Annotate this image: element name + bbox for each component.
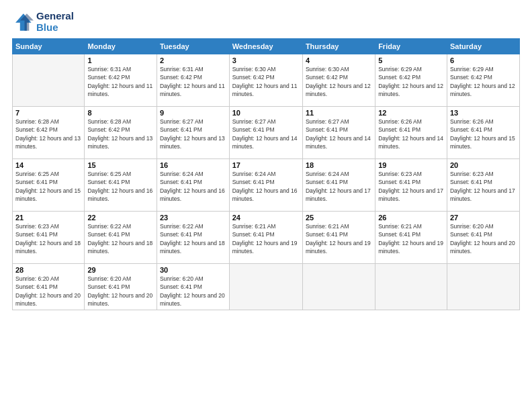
day-number: 15	[87, 161, 154, 169]
calendar-cell: 6Sunrise: 6:29 AMSunset: 6:42 PMDaylight…	[447, 54, 519, 107]
day-info: Sunrise: 6:30 AMSunset: 6:42 PMDaylight:…	[306, 65, 372, 98]
calendar-cell: 3Sunrise: 6:30 AMSunset: 6:42 PMDaylight…	[229, 54, 302, 107]
calendar-cell	[13, 54, 85, 107]
day-info: Sunrise: 6:31 AMSunset: 6:42 PMDaylight:…	[160, 65, 226, 98]
day-number: 11	[306, 109, 372, 117]
day-number: 4	[306, 56, 372, 64]
day-number: 20	[450, 161, 517, 169]
calendar-cell	[229, 264, 302, 310]
calendar-cell: 8Sunrise: 6:28 AMSunset: 6:42 PMDaylight…	[85, 107, 157, 159]
day-number: 25	[306, 214, 372, 222]
header: GeneralBlue	[12, 11, 520, 33]
calendar-cell: 29Sunrise: 6:20 AMSunset: 6:41 PMDayligh…	[85, 264, 157, 310]
day-info: Sunrise: 6:27 AMSunset: 6:41 PMDaylight:…	[160, 118, 226, 150]
week-row-2: 7Sunrise: 6:28 AMSunset: 6:42 PMDaylight…	[13, 107, 520, 159]
calendar-cell: 25Sunrise: 6:21 AMSunset: 6:41 PMDayligh…	[302, 212, 375, 264]
day-number: 2	[160, 56, 226, 64]
day-number: 29	[87, 266, 154, 274]
day-info: Sunrise: 6:21 AMSunset: 6:41 PMDaylight:…	[232, 222, 300, 255]
week-row-4: 21Sunrise: 6:23 AMSunset: 6:41 PMDayligh…	[13, 212, 520, 264]
day-info: Sunrise: 6:23 AMSunset: 6:41 PMDaylight:…	[450, 170, 517, 203]
day-number: 18	[306, 161, 372, 169]
day-info: Sunrise: 6:20 AMSunset: 6:41 PMDaylight:…	[15, 275, 81, 308]
day-number: 17	[232, 161, 300, 169]
weekday-header-monday: Monday	[85, 39, 157, 54]
day-number: 23	[160, 214, 226, 222]
calendar-cell: 1Sunrise: 6:31 AMSunset: 6:42 PMDaylight…	[85, 54, 157, 107]
day-number: 3	[232, 56, 300, 64]
day-info: Sunrise: 6:25 AMSunset: 6:41 PMDaylight:…	[15, 170, 81, 203]
calendar-cell: 24Sunrise: 6:21 AMSunset: 6:41 PMDayligh…	[229, 212, 302, 264]
day-info: Sunrise: 6:26 AMSunset: 6:41 PMDaylight:…	[378, 118, 444, 150]
day-number: 10	[232, 109, 300, 117]
day-number: 26	[378, 214, 444, 222]
weekday-header-wednesday: Wednesday	[229, 39, 302, 54]
day-info: Sunrise: 6:24 AMSunset: 6:41 PMDaylight:…	[306, 170, 372, 203]
day-info: Sunrise: 6:21 AMSunset: 6:41 PMDaylight:…	[306, 222, 372, 255]
day-info: Sunrise: 6:20 AMSunset: 6:41 PMDaylight:…	[160, 275, 226, 308]
day-info: Sunrise: 6:25 AMSunset: 6:41 PMDaylight:…	[87, 170, 154, 203]
day-info: Sunrise: 6:31 AMSunset: 6:42 PMDaylight:…	[87, 65, 154, 98]
day-info: Sunrise: 6:28 AMSunset: 6:42 PMDaylight:…	[15, 118, 81, 150]
day-number: 28	[15, 266, 81, 274]
day-number: 13	[450, 109, 517, 117]
logo: GeneralBlue	[12, 11, 74, 33]
weekday-header-row: SundayMondayTuesdayWednesdayThursdayFrid…	[13, 39, 520, 54]
calendar-cell: 12Sunrise: 6:26 AMSunset: 6:41 PMDayligh…	[375, 107, 447, 159]
calendar-cell: 11Sunrise: 6:27 AMSunset: 6:41 PMDayligh…	[302, 107, 375, 159]
day-number: 6	[450, 56, 517, 64]
calendar-cell: 26Sunrise: 6:21 AMSunset: 6:41 PMDayligh…	[375, 212, 447, 264]
day-info: Sunrise: 6:21 AMSunset: 6:41 PMDaylight:…	[378, 222, 444, 255]
day-info: Sunrise: 6:24 AMSunset: 6:41 PMDaylight:…	[160, 170, 226, 203]
day-info: Sunrise: 6:26 AMSunset: 6:41 PMDaylight:…	[450, 118, 517, 150]
day-info: Sunrise: 6:27 AMSunset: 6:41 PMDaylight:…	[232, 118, 300, 150]
day-info: Sunrise: 6:28 AMSunset: 6:42 PMDaylight:…	[87, 118, 154, 150]
day-number: 1	[87, 56, 154, 64]
weekday-header-saturday: Saturday	[447, 39, 519, 54]
calendar-cell: 14Sunrise: 6:25 AMSunset: 6:41 PMDayligh…	[13, 159, 85, 212]
calendar-cell: 9Sunrise: 6:27 AMSunset: 6:41 PMDaylight…	[157, 107, 229, 159]
calendar-cell	[302, 264, 375, 310]
calendar-cell: 19Sunrise: 6:23 AMSunset: 6:41 PMDayligh…	[375, 159, 447, 212]
calendar-cell: 5Sunrise: 6:29 AMSunset: 6:42 PMDaylight…	[375, 54, 447, 107]
calendar-cell: 7Sunrise: 6:28 AMSunset: 6:42 PMDaylight…	[13, 107, 85, 159]
day-info: Sunrise: 6:30 AMSunset: 6:42 PMDaylight:…	[232, 65, 300, 98]
calendar-cell: 15Sunrise: 6:25 AMSunset: 6:41 PMDayligh…	[85, 159, 157, 212]
calendar-cell: 20Sunrise: 6:23 AMSunset: 6:41 PMDayligh…	[447, 159, 519, 212]
calendar-cell: 21Sunrise: 6:23 AMSunset: 6:41 PMDayligh…	[13, 212, 85, 264]
calendar-cell: 13Sunrise: 6:26 AMSunset: 6:41 PMDayligh…	[447, 107, 519, 159]
calendar-cell: 28Sunrise: 6:20 AMSunset: 6:41 PMDayligh…	[13, 264, 85, 310]
day-info: Sunrise: 6:22 AMSunset: 6:41 PMDaylight:…	[160, 222, 226, 255]
day-number: 16	[160, 161, 226, 169]
week-row-3: 14Sunrise: 6:25 AMSunset: 6:41 PMDayligh…	[13, 159, 520, 212]
logo-text-general: GeneralBlue	[36, 11, 74, 33]
day-info: Sunrise: 6:23 AMSunset: 6:41 PMDaylight:…	[378, 170, 444, 203]
weekday-header-sunday: Sunday	[13, 39, 85, 54]
day-info: Sunrise: 6:24 AMSunset: 6:41 PMDaylight:…	[232, 170, 300, 203]
weekday-header-tuesday: Tuesday	[157, 39, 229, 54]
calendar-cell: 30Sunrise: 6:20 AMSunset: 6:41 PMDayligh…	[157, 264, 229, 310]
day-info: Sunrise: 6:23 AMSunset: 6:41 PMDaylight:…	[15, 222, 81, 255]
day-number: 12	[378, 109, 444, 117]
calendar-cell	[375, 264, 447, 310]
calendar-cell: 2Sunrise: 6:31 AMSunset: 6:42 PMDaylight…	[157, 54, 229, 107]
calendar-cell	[447, 264, 519, 310]
calendar-cell: 4Sunrise: 6:30 AMSunset: 6:42 PMDaylight…	[302, 54, 375, 107]
day-number: 7	[15, 109, 81, 117]
calendar-cell: 18Sunrise: 6:24 AMSunset: 6:41 PMDayligh…	[302, 159, 375, 212]
day-number: 19	[378, 161, 444, 169]
calendar-cell: 16Sunrise: 6:24 AMSunset: 6:41 PMDayligh…	[157, 159, 229, 212]
day-info: Sunrise: 6:22 AMSunset: 6:41 PMDaylight:…	[87, 222, 154, 255]
calendar-cell: 17Sunrise: 6:24 AMSunset: 6:41 PMDayligh…	[229, 159, 302, 212]
weekday-header-thursday: Thursday	[302, 39, 375, 54]
page: GeneralBlue SundayMondayTuesdayWednesday…	[0, 0, 532, 411]
day-number: 5	[378, 56, 444, 64]
logo-icon	[12, 11, 34, 33]
week-row-1: 1Sunrise: 6:31 AMSunset: 6:42 PMDaylight…	[13, 54, 520, 107]
day-info: Sunrise: 6:20 AMSunset: 6:41 PMDaylight:…	[87, 275, 154, 308]
calendar-table: SundayMondayTuesdayWednesdayThursdayFrid…	[12, 38, 520, 310]
day-number: 24	[232, 214, 300, 222]
day-info: Sunrise: 6:29 AMSunset: 6:42 PMDaylight:…	[450, 65, 517, 98]
week-row-5: 28Sunrise: 6:20 AMSunset: 6:41 PMDayligh…	[13, 264, 520, 310]
day-number: 9	[160, 109, 226, 117]
